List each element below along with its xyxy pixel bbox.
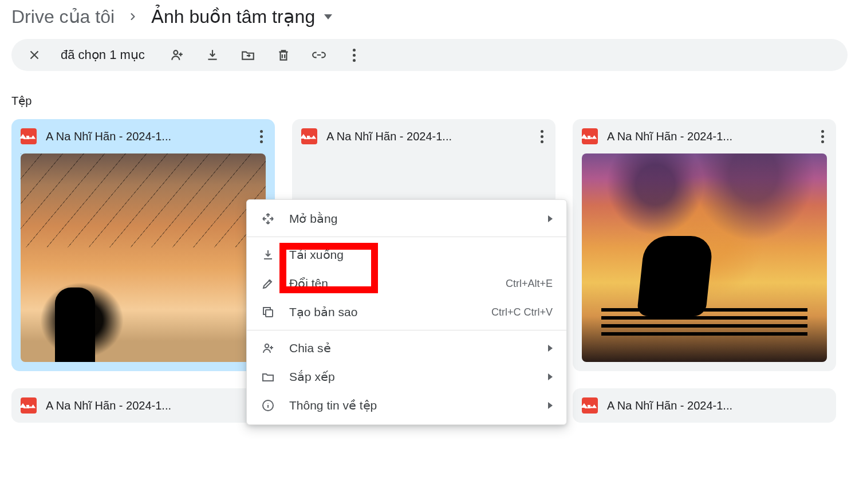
menu-label: Thông tin về tệp bbox=[289, 399, 534, 412]
file-name: A Na Nhĩ Hãn - 2024-1... bbox=[607, 130, 806, 143]
file-card[interactable]: A Na Nhĩ Hãn - 2024-1... bbox=[11, 388, 275, 423]
menu-open-with[interactable]: Mở bằng bbox=[247, 204, 566, 233]
svg-point-0 bbox=[174, 50, 178, 54]
submenu-caret-icon bbox=[548, 402, 553, 409]
move-folder-button[interactable] bbox=[239, 46, 257, 64]
menu-file-info[interactable]: Thông tin về tệp bbox=[247, 391, 566, 420]
breadcrumb-current-label: Ảnh buồn tâm trạng bbox=[151, 6, 315, 27]
image-file-icon bbox=[21, 397, 37, 414]
folder-icon bbox=[261, 369, 275, 384]
download-icon bbox=[261, 247, 275, 262]
section-label-files: Tệp bbox=[0, 94, 859, 119]
link-button[interactable] bbox=[310, 46, 328, 64]
breadcrumb: Drive của tôi Ảnh buồn tâm trạng bbox=[0, 0, 859, 39]
menu-label: Tạo bản sao bbox=[289, 305, 478, 319]
file-card-header: A Na Nhĩ Hãn - 2024-1... bbox=[573, 119, 836, 153]
copy-icon bbox=[261, 305, 275, 320]
file-more-button[interactable] bbox=[815, 130, 829, 143]
menu-share[interactable]: Chia sẻ bbox=[247, 334, 566, 363]
image-file-icon bbox=[582, 128, 598, 144]
caret-down-icon bbox=[324, 14, 332, 19]
info-icon bbox=[261, 398, 275, 413]
svg-point-2 bbox=[265, 344, 269, 348]
file-card[interactable]: A Na Nhĩ Hãn - 2024-1... bbox=[11, 119, 275, 371]
breadcrumb-root[interactable]: Drive của tôi bbox=[11, 6, 115, 27]
selection-action-bar: đã chọn 1 mục bbox=[11, 39, 848, 71]
menu-label: Đổi tên bbox=[289, 277, 492, 290]
menu-label: Mở bằng bbox=[289, 212, 534, 226]
file-card-header: A Na Nhĩ Hãn - 2024-1... bbox=[573, 388, 836, 423]
open-with-icon bbox=[261, 211, 275, 226]
file-thumbnail[interactable] bbox=[21, 153, 266, 362]
menu-label: Chia sẻ bbox=[289, 341, 534, 355]
file-name: A Na Nhĩ Hãn - 2024-1... bbox=[607, 399, 829, 412]
file-card-header: A Na Nhĩ Hãn - 2024-1... bbox=[11, 119, 275, 153]
svg-rect-1 bbox=[266, 310, 273, 317]
file-name: A Na Nhĩ Hãn - 2024-1... bbox=[46, 130, 245, 143]
more-actions-button[interactable] bbox=[345, 46, 364, 64]
image-file-icon bbox=[301, 128, 317, 144]
image-file-icon bbox=[21, 128, 37, 144]
file-card[interactable]: A Na Nhĩ Hãn - 2024-1... bbox=[573, 388, 836, 423]
submenu-caret-icon bbox=[548, 373, 553, 380]
file-more-button[interactable] bbox=[535, 130, 549, 143]
menu-make-copy[interactable]: Tạo bản sao Ctrl+C Ctrl+V bbox=[247, 298, 566, 326]
file-card-header: A Na Nhĩ Hãn - 2024-1... bbox=[11, 388, 275, 423]
file-card[interactable]: A Na Nhĩ Hãn - 2024-1... bbox=[573, 119, 836, 371]
menu-organize[interactable]: Sắp xếp bbox=[247, 363, 566, 391]
menu-shortcut: Ctrl+C Ctrl+V bbox=[491, 306, 553, 318]
breadcrumb-current[interactable]: Ảnh buồn tâm trạng bbox=[151, 6, 332, 27]
chevron-right-icon bbox=[124, 11, 142, 22]
close-selection-button[interactable] bbox=[25, 46, 44, 64]
share-icon bbox=[261, 341, 275, 356]
selection-count-text: đã chọn 1 mục bbox=[61, 48, 145, 62]
submenu-caret-icon bbox=[548, 215, 553, 222]
menu-label: Tải xuống bbox=[289, 248, 553, 262]
file-thumbnail[interactable] bbox=[582, 153, 827, 362]
file-name: A Na Nhĩ Hãn - 2024-1... bbox=[46, 399, 268, 412]
trash-button[interactable] bbox=[274, 46, 293, 64]
menu-label: Sắp xếp bbox=[289, 370, 534, 384]
menu-shortcut: Ctrl+Alt+E bbox=[506, 278, 553, 290]
download-button[interactable] bbox=[203, 46, 222, 64]
file-name: A Na Nhĩ Hãn - 2024-1... bbox=[326, 130, 526, 143]
submenu-caret-icon bbox=[548, 345, 553, 352]
file-card-header: A Na Nhĩ Hãn - 2024-1... bbox=[292, 119, 555, 153]
rename-icon bbox=[261, 276, 275, 291]
image-file-icon bbox=[582, 397, 598, 414]
file-more-button[interactable] bbox=[254, 130, 268, 143]
share-user-button[interactable] bbox=[168, 46, 186, 64]
context-menu: Mở bằng Tải xuống Đổi tên Ctrl+Alt+E Tạo… bbox=[246, 199, 567, 425]
menu-download[interactable]: Tải xuống bbox=[247, 241, 566, 269]
menu-rename[interactable]: Đổi tên Ctrl+Alt+E bbox=[247, 269, 566, 298]
